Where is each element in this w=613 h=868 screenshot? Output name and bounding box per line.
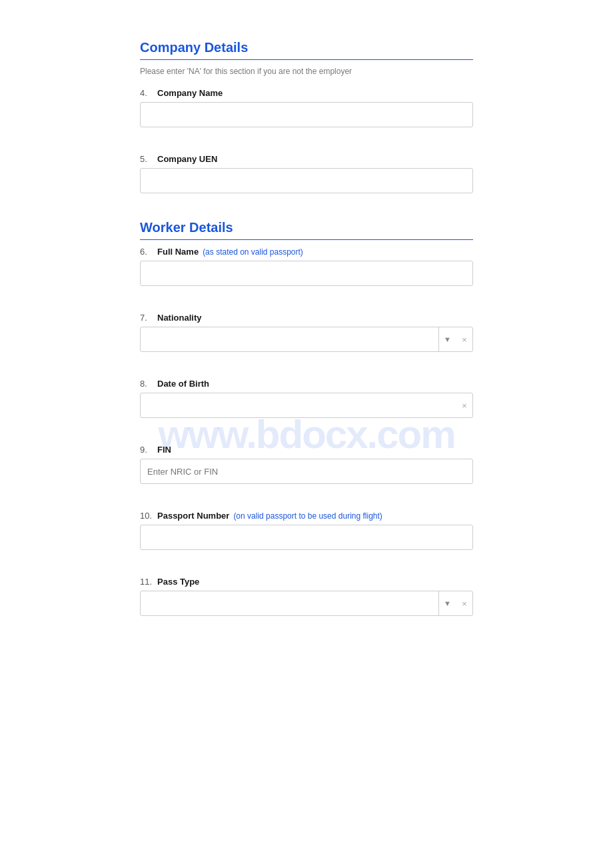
dob-select-icons: × — [456, 393, 473, 418]
dob-label: 8. Date of Birth — [140, 379, 473, 389]
pass-type-select-icons: ▼ × — [438, 591, 473, 616]
company-name-label: 4. Company Name — [140, 88, 473, 98]
passport-number-label-sub: (on valid passport to be used during fli… — [233, 511, 382, 521]
company-name-label-text: Company Name — [157, 88, 223, 98]
pass-type-select-wrapper: ▼ × — [140, 591, 473, 616]
nationality-clear-icon[interactable]: × — [456, 327, 473, 352]
passport-number-label: 10. Passport Number (on valid passport t… — [140, 511, 473, 521]
company-uen-field: 5. Company UEN — [140, 154, 473, 193]
pass-type-field: 11. Pass Type ▼ × — [140, 577, 473, 616]
dob-field: 8. Date of Birth × — [140, 379, 473, 418]
company-section-divider — [140, 59, 473, 60]
company-uen-label-text: Company UEN — [157, 154, 217, 164]
pass-type-label: 11. Pass Type — [140, 577, 473, 587]
pass-type-label-text: Pass Type — [157, 577, 199, 587]
company-section-title: Company Details — [140, 40, 473, 55]
pass-type-clear-icon[interactable]: × — [456, 591, 473, 616]
dob-number: 8. — [140, 379, 153, 389]
full-name-number: 6. — [140, 247, 153, 257]
company-section-subtitle: Please enter 'NA' for this section if yo… — [140, 67, 473, 76]
nationality-number: 7. — [140, 313, 153, 323]
pass-type-number: 11. — [140, 577, 153, 587]
nationality-field: 7. Nationality ▼ × — [140, 313, 473, 352]
company-uen-label: 5. Company UEN — [140, 154, 473, 164]
passport-number-number: 10. — [140, 511, 153, 521]
company-uen-number: 5. — [140, 154, 153, 164]
fin-label-text: FIN — [157, 445, 171, 455]
nationality-label: 7. Nationality — [140, 313, 473, 323]
company-name-field: 4. Company Name — [140, 88, 473, 127]
company-details-section: Company Details Please enter 'NA' for th… — [140, 40, 473, 193]
company-uen-input[interactable] — [140, 168, 473, 193]
fin-field: 9. FIN — [140, 445, 473, 484]
worker-section-divider — [140, 239, 473, 240]
dob-label-text: Date of Birth — [157, 379, 209, 389]
full-name-field: 6. Full Name (as stated on valid passpor… — [140, 247, 473, 286]
worker-details-section: Worker Details 6. Full Name (as stated o… — [140, 220, 473, 616]
nationality-select-icons: ▼ × — [438, 327, 473, 352]
passport-number-field: 10. Passport Number (on valid passport t… — [140, 511, 473, 550]
full-name-label-text: Full Name — [157, 247, 199, 257]
nationality-select[interactable] — [140, 327, 473, 352]
fin-label: 9. FIN — [140, 445, 473, 455]
pass-type-dropdown-arrow-icon[interactable]: ▼ — [438, 591, 456, 616]
full-name-label: 6. Full Name (as stated on valid passpor… — [140, 247, 473, 257]
dob-select[interactable] — [140, 393, 473, 418]
full-name-label-sub: (as stated on valid passport) — [203, 247, 303, 257]
company-name-number: 4. — [140, 88, 153, 98]
dob-select-wrapper: × — [140, 393, 473, 418]
pass-type-select[interactable] — [140, 591, 473, 616]
worker-section-title: Worker Details — [140, 220, 473, 235]
fin-input[interactable] — [140, 459, 473, 484]
nationality-label-text: Nationality — [157, 313, 201, 323]
nationality-select-wrapper: ▼ × — [140, 327, 473, 352]
company-name-input[interactable] — [140, 102, 473, 127]
nationality-dropdown-arrow-icon[interactable]: ▼ — [438, 327, 456, 352]
fin-number: 9. — [140, 445, 153, 455]
dob-clear-icon[interactable]: × — [456, 393, 473, 418]
passport-number-input[interactable] — [140, 525, 473, 550]
full-name-input[interactable] — [140, 261, 473, 286]
passport-number-label-text: Passport Number — [157, 511, 229, 521]
